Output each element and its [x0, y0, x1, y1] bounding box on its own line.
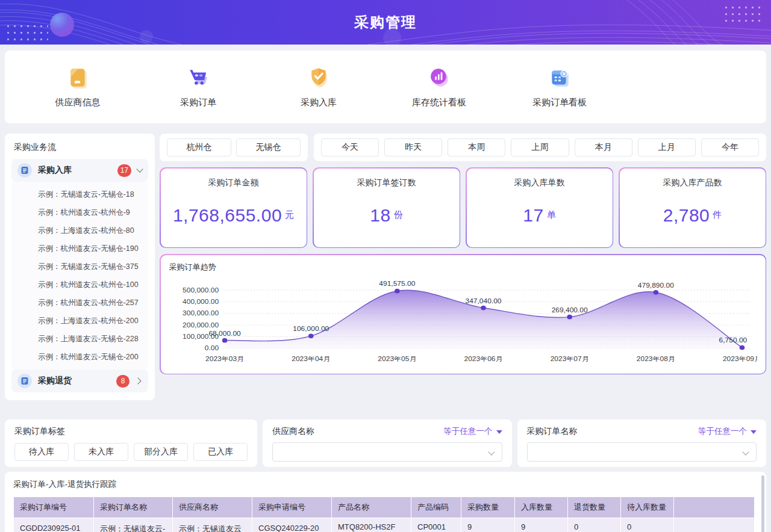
- kpi-value: 2,780: [663, 205, 710, 226]
- data-point[interactable]: [567, 314, 572, 319]
- sidebar-group-purchase-inbound[interactable]: 采购入库 17: [11, 159, 148, 182]
- svg-text:0.00: 0.00: [204, 345, 218, 351]
- data-point[interactable]: [222, 338, 227, 342]
- table-cell: 0: [621, 518, 674, 532]
- trend-chart-card: 采购订单趋势 0.00100,000.00200,000.00300,000.0…: [160, 254, 766, 374]
- data-point[interactable]: [739, 345, 744, 350]
- x-axis-label: 2023年09月: [722, 355, 757, 362]
- chevron-right-icon: [134, 377, 141, 384]
- kpi-value: 17: [523, 205, 543, 226]
- order-name-filter-card: 采购订单名称 等于任意一个: [517, 419, 767, 467]
- svg-text:300,000.00: 300,000.00: [183, 309, 219, 316]
- warehouse-filter-button[interactable]: 无锡仓: [236, 138, 301, 156]
- data-point-label: 479,890.00: [637, 282, 673, 288]
- data-point[interactable]: [653, 289, 658, 294]
- date-filter-group: 今天昨天本周上周本月上月今年: [314, 134, 766, 161]
- table-cell: CGSQ240229-20: [252, 518, 332, 532]
- sidebar-item[interactable]: 示例：上海道友云-杭州仓-80: [11, 221, 148, 240]
- warehouse-filter-button[interactable]: 杭州仓: [167, 138, 231, 156]
- table-header-cell: 待入库数量: [621, 497, 674, 518]
- kpi-card-inbound-products: 采购入库产品数 2,780件: [619, 167, 766, 248]
- data-point-label: 6,750.00: [719, 337, 747, 344]
- kpi-label: 采购订单签订数: [357, 169, 416, 188]
- tracking-table-title: 采购订单-入库-退货执行跟踪: [13, 479, 758, 490]
- kpi-label: 采购订单金额: [208, 169, 259, 188]
- nav-item-label: 采购入库: [301, 97, 337, 108]
- table-cell: 示例：无锡道友云: [173, 518, 252, 532]
- count-badge: 8: [116, 375, 130, 388]
- sidebar-item-list: 示例：无锡道友云-无锡仓-18示例：杭州道友云-杭州仓-9示例：上海道友云-杭州…: [11, 182, 148, 370]
- order-tag-button[interactable]: 未入库: [74, 443, 128, 461]
- table-header-cell: 采购数量: [461, 497, 515, 518]
- order-tag-button[interactable]: 已入库: [193, 443, 248, 461]
- sidebar-item[interactable]: 示例：杭州道友云-无锡仓-190: [11, 240, 148, 258]
- table-header-cell: 退货数量: [568, 497, 621, 518]
- order-tag-buttons: 待入库未入库部分入库已入库: [14, 443, 248, 461]
- sidebar-item[interactable]: 示例：杭州道友云-杭州仓-100: [11, 276, 148, 294]
- x-axis-label: 2023年03月: [205, 355, 244, 362]
- sidebar-group-purchase-return[interactable]: 采购退货 8: [11, 370, 148, 392]
- nav-item-purchase-inbound[interactable]: 采购入库: [279, 66, 358, 108]
- sidebar-item[interactable]: 示例：上海道友云-杭州仓-200: [11, 312, 148, 330]
- kpi-value: 18: [370, 205, 390, 226]
- supplier-select[interactable]: [272, 442, 502, 462]
- date-filter-button[interactable]: 本月: [575, 138, 632, 156]
- kpi-card-order-amount: 采购订单金额 1,768,655.00元: [160, 167, 307, 248]
- nav-item-label: 采购订单: [180, 97, 216, 108]
- nav-item-label: 供应商信息: [55, 97, 101, 108]
- x-axis-label: 2023年07月: [550, 355, 588, 362]
- date-filter-button[interactable]: 本周: [448, 138, 505, 156]
- svg-text:200,000.00: 200,000.00: [183, 321, 219, 328]
- order-operator-link[interactable]: 等于任意一个: [698, 426, 757, 437]
- order-tag-button[interactable]: 待入库: [14, 443, 69, 461]
- order-name-select[interactable]: [527, 442, 757, 462]
- sidebar-title: 采购业务流: [11, 141, 148, 159]
- kpi-unit: 份: [394, 209, 403, 221]
- table-header-cell: 产品编码: [411, 497, 461, 518]
- table-header-cell: 供应商名称: [173, 497, 252, 518]
- sidebar-item[interactable]: 示例：杭州道友云-杭州仓-9: [11, 203, 148, 221]
- calendar-icon: [548, 66, 571, 90]
- order-tag-button[interactable]: 部分入库: [134, 443, 188, 461]
- nav-item-order-dashboard[interactable]: 采购订单看板: [520, 66, 599, 108]
- date-filter-button[interactable]: 今天: [321, 138, 379, 156]
- count-badge: 17: [117, 164, 131, 177]
- kpi-row: 采购订单金额 1,768,655.00元 采购订单签订数 18份 采购入库单数: [160, 167, 766, 248]
- trend-chart-svg: 0.00100,000.00200,000.00300,000.00400,00…: [169, 274, 757, 369]
- data-point[interactable]: [395, 288, 400, 293]
- bar-chart-icon: [428, 66, 451, 90]
- data-point[interactable]: [481, 305, 486, 310]
- chevron-down-icon: [742, 448, 749, 455]
- nav-item-purchase-order[interactable]: 采购订单: [159, 66, 237, 108]
- supplier-operator-link[interactable]: 等于任意一个: [444, 426, 502, 437]
- table-scrollbar[interactable]: [761, 475, 764, 532]
- sidebar-item[interactable]: 示例：无锡道友云-无锡仓-18: [11, 185, 148, 203]
- data-point[interactable]: [308, 333, 313, 338]
- kpi-unit: 件: [713, 209, 722, 221]
- date-filter-button[interactable]: 今年: [701, 138, 759, 156]
- kpi-value: 1,768,655.00: [173, 205, 282, 226]
- tracking-table: 采购订单编号采购订单名称供应商名称采购申请编号产品名称产品编码采购数量入库数量退…: [13, 496, 755, 532]
- date-filter-button[interactable]: 昨天: [384, 138, 442, 156]
- svg-text:400,000.00: 400,000.00: [183, 298, 219, 305]
- kpi-label: 采购入库产品数: [663, 169, 722, 188]
- cart-icon: [187, 66, 210, 90]
- sidebar-item[interactable]: 示例：杭州道友云-杭州仓-257: [11, 294, 148, 312]
- kpi-label: 采购入库单数: [514, 169, 565, 188]
- nav-item-supplier-info[interactable]: 供应商信息: [39, 66, 117, 108]
- wallet-icon: [66, 66, 89, 90]
- table-header-cell: 采购订单名称: [94, 497, 173, 518]
- kpi-card-inbound-count: 采购入库单数 17单: [466, 167, 613, 248]
- svg-text:500,000.00: 500,000.00: [183, 286, 219, 293]
- date-filter-button[interactable]: 上周: [511, 138, 569, 156]
- date-filter-button[interactable]: 上月: [638, 138, 696, 156]
- sidebar-group-label: 采购退货: [38, 376, 110, 386]
- table-header-cell: 产品名称: [332, 497, 411, 518]
- sidebar-item[interactable]: 示例：无锡道友云-无锡仓-375: [11, 258, 148, 276]
- table-cell: MTQ8200-HS2F: [332, 518, 411, 532]
- table-header-row: 采购订单编号采购订单名称供应商名称采购申请编号产品名称产品编码采购数量入库数量退…: [14, 497, 755, 518]
- document-icon: [17, 374, 32, 388]
- sidebar-item[interactable]: 示例：杭州道友云-无锡仓-200: [11, 348, 148, 366]
- nav-item-inventory-dashboard[interactable]: 库存统计看板: [400, 66, 478, 108]
- sidebar-item[interactable]: 示例：上海道友云-无锡仓-228: [11, 330, 148, 348]
